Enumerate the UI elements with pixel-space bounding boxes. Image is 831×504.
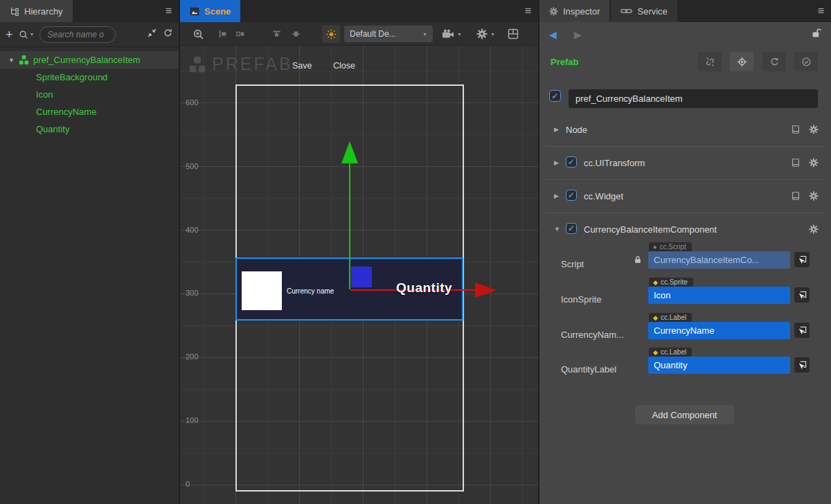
tab-scene[interactable]: Scene bbox=[180, 0, 240, 22]
distribute-middle-tool-button[interactable] bbox=[291, 22, 301, 46]
docs-book-icon[interactable] bbox=[791, 125, 801, 137]
history-forward-button[interactable]: ▶ bbox=[574, 29, 582, 40]
hierarchy-tree: ▼ pref_CurrencyBalanceItem SpriteBackgro… bbox=[0, 47, 179, 138]
add-component-button[interactable]: Add Component bbox=[635, 405, 734, 424]
prefab-cubes-icon bbox=[188, 55, 206, 73]
scene-menu-icon[interactable]: ≡ bbox=[525, 0, 531, 22]
create-node-button[interactable]: + bbox=[6, 28, 13, 41]
expand-arrow-icon[interactable]: ▶ bbox=[554, 192, 559, 199]
prefab-unlink-button[interactable] bbox=[698, 52, 722, 71]
refresh-icon bbox=[163, 28, 173, 38]
expand-arrow-icon[interactable]: ▼ bbox=[554, 226, 560, 233]
zoom-in-icon bbox=[193, 28, 204, 40]
tab-inspector[interactable]: Inspector bbox=[539, 0, 609, 22]
node-name-input[interactable] bbox=[569, 89, 818, 108]
refresh-button[interactable] bbox=[163, 28, 173, 41]
hierarchy-tabbar: Hierarchy ≡ bbox=[0, 0, 179, 22]
component-gear-icon[interactable] bbox=[809, 191, 819, 204]
gear-icon bbox=[476, 28, 488, 39]
docs-book-icon[interactable] bbox=[791, 158, 801, 170]
section-widget[interactable]: ▶ ✓ cc.Widget bbox=[539, 188, 831, 205]
type-tag-chip: ● cc.Script bbox=[649, 242, 692, 251]
prefab-reset-button[interactable] bbox=[762, 52, 786, 71]
widget-enabled-checkbox[interactable]: ✓ bbox=[566, 190, 577, 201]
uitransform-enabled-checkbox[interactable]: ✓ bbox=[566, 156, 577, 168]
tree-node-icon[interactable]: Icon bbox=[0, 86, 179, 103]
search-input[interactable] bbox=[39, 26, 116, 43]
camera-menu-button[interactable]: ▼ bbox=[442, 22, 462, 46]
iconsprite-reference-field[interactable]: Icon bbox=[648, 287, 790, 304]
tree-node-quantity[interactable]: Quantity bbox=[0, 120, 179, 138]
history-back-button[interactable]: ◀ bbox=[549, 29, 557, 40]
zoom-tool-button[interactable] bbox=[193, 22, 204, 46]
script-reference-field[interactable]: CurrencyBalanceItemCo... bbox=[648, 251, 790, 269]
align-center-tool-button[interactable] bbox=[235, 22, 245, 46]
docs-book-icon[interactable] bbox=[791, 191, 801, 204]
property-label: Script bbox=[561, 259, 584, 269]
device-dropdown[interactable]: Default De... ▼ bbox=[344, 26, 433, 42]
scene-settings-button[interactable]: ▼ bbox=[476, 22, 495, 46]
type-tag-chip: ◆ cc.Sprite bbox=[649, 278, 693, 287]
collapse-all-button[interactable] bbox=[147, 28, 157, 41]
expand-arrow-icon[interactable]: ▶ bbox=[554, 159, 559, 166]
component-gear-icon[interactable] bbox=[809, 125, 819, 137]
tree-node-root[interactable]: ▼ pref_CurrencyBalanceItem bbox=[0, 51, 179, 69]
prefab-mode-label: PREFAB bbox=[212, 54, 293, 74]
prefab-apply-button[interactable] bbox=[794, 52, 818, 71]
node-active-checkbox[interactable]: ✓ bbox=[549, 90, 561, 102]
currencyname-reference-field[interactable]: CurrencyName bbox=[648, 322, 790, 339]
settings-caret-icon: ▼ bbox=[490, 32, 495, 37]
quantitylabel-reference-field[interactable]: Quantity bbox=[648, 357, 790, 374]
hierarchy-panel: Hierarchy ≡ + ▼ ▼ pref_CurrencyBalanceIt… bbox=[0, 0, 179, 504]
tree-node-spritebackground[interactable]: SpriteBackground bbox=[0, 69, 179, 86]
tab-service-label: Service bbox=[637, 6, 667, 17]
section-uitransform-label: cc.UITransform bbox=[584, 158, 645, 168]
prefab-locate-button[interactable] bbox=[730, 52, 753, 71]
section-node[interactable]: ▶ Node bbox=[539, 122, 831, 138]
tab-service[interactable]: Service bbox=[611, 0, 677, 22]
gizmo-y-arrowhead-icon[interactable] bbox=[341, 141, 358, 163]
section-currencybalanceitemcomponent[interactable]: ▼ ✓ CurrencyBalanceItemComponent bbox=[539, 222, 831, 238]
reference-picker-button[interactable] bbox=[794, 252, 810, 267]
property-label: CurrencyNam... bbox=[561, 330, 624, 340]
tree-node-label: Quantity bbox=[36, 124, 69, 134]
inspector-body: ◀ ▶ Prefab ✓ ▶ bbox=[539, 22, 831, 504]
inspector-menu-icon[interactable]: ≡ bbox=[818, 0, 824, 22]
component-enabled-checkbox[interactable]: ✓ bbox=[566, 223, 577, 234]
distribute-middle-icon bbox=[291, 29, 301, 39]
scene-tabbar: Scene ≡ bbox=[180, 0, 538, 22]
scene-viewport[interactable]: 600 500 400 300 200 100 0 PREFAB Save Cl… bbox=[180, 46, 538, 504]
prefab-save-button[interactable]: Save bbox=[292, 61, 312, 71]
tab-hierarchy[interactable]: Hierarchy bbox=[0, 0, 73, 22]
expand-arrow-icon[interactable]: ▼ bbox=[8, 57, 15, 64]
component-gear-icon[interactable] bbox=[809, 158, 819, 170]
gizmo-x-arrowhead-icon[interactable] bbox=[475, 282, 497, 298]
prefab-cubes-icon bbox=[19, 55, 29, 65]
distribute-top-icon bbox=[271, 29, 282, 39]
tab-hierarchy-label: Hierarchy bbox=[24, 6, 63, 17]
lighting-toggle-button[interactable] bbox=[322, 25, 340, 43]
component-gear-icon[interactable] bbox=[809, 224, 819, 237]
reference-picker-button[interactable] bbox=[794, 357, 810, 372]
reference-picker-button[interactable] bbox=[794, 323, 810, 338]
distribute-top-tool-button[interactable] bbox=[271, 22, 282, 46]
section-separator bbox=[545, 213, 825, 213]
expand-arrow-icon[interactable]: ▶ bbox=[554, 126, 559, 133]
scene-toolbar: Default De... ▼ ▼ ▼ bbox=[180, 22, 538, 46]
tree-node-label: pref_CurrencyBalanceItem bbox=[33, 55, 141, 65]
camera-icon bbox=[442, 29, 454, 39]
gizmo-y-axis[interactable] bbox=[349, 163, 350, 289]
inspector-lock-button[interactable] bbox=[811, 28, 821, 41]
layout-button[interactable] bbox=[508, 22, 519, 46]
align-left-tool-button[interactable] bbox=[218, 22, 228, 46]
hierarchy-menu-icon[interactable]: ≡ bbox=[166, 0, 172, 22]
reference-picker-button[interactable] bbox=[794, 287, 810, 303]
ruler-label: 300 bbox=[186, 289, 198, 297]
gizmo-xy-plane-handle[interactable] bbox=[351, 267, 372, 287]
tree-node-currencyname[interactable]: CurrencyName bbox=[0, 103, 179, 120]
section-uitransform[interactable]: ▶ ✓ cc.UITransform bbox=[539, 155, 831, 172]
check-circle-icon bbox=[801, 57, 812, 67]
unlink-icon bbox=[705, 57, 715, 67]
prefab-close-button[interactable]: Close bbox=[333, 61, 355, 71]
search-filter-button[interactable]: ▼ bbox=[19, 30, 35, 39]
